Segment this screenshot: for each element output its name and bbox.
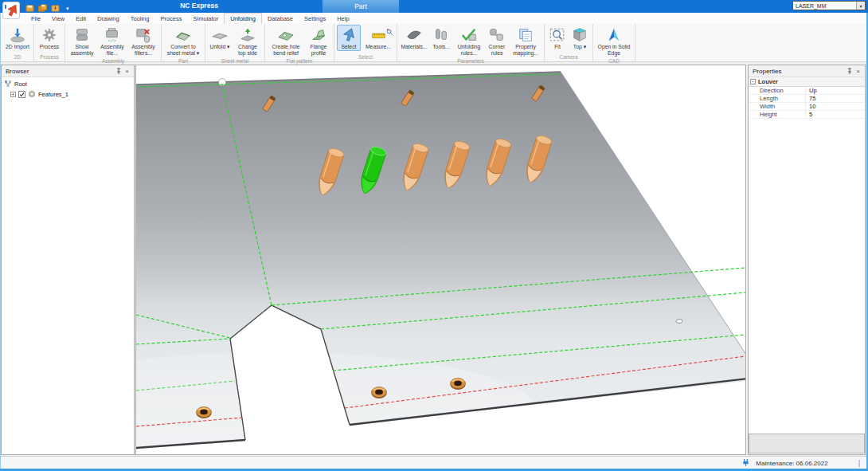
fit-button[interactable]: Fit — [547, 25, 568, 51]
menu-tooling[interactable]: Tooling — [125, 13, 155, 24]
property-row-width[interactable]: Width 10 — [749, 103, 865, 111]
status-bar: Maintenance: 06.06.2022 | — [0, 456, 868, 469]
window-title: NC Express — [143, 2, 255, 10]
property-mapping-button[interactable]: Property mapping... — [510, 25, 542, 57]
menu-file[interactable]: File — [25, 13, 46, 24]
property-row-direction[interactable]: Direction Up — [749, 87, 865, 95]
status-indicator: | — [858, 459, 860, 467]
unfolding-rules-icon — [459, 26, 479, 44]
assembly-filters-icon — [133, 26, 154, 44]
root-icon — [4, 80, 12, 89]
property-row-length[interactable]: Length 75 — [749, 95, 865, 103]
convert-to-sheet-metal-button[interactable]: Convert to sheet metal ▾ — [164, 25, 202, 57]
flanged-hole-feature[interactable] — [372, 387, 387, 399]
property-group-label: Louver — [758, 78, 778, 85]
expand-icon[interactable]: + — [10, 92, 16, 97]
viewport-canvas[interactable] — [136, 65, 745, 454]
open-in-solid-edge-button[interactable]: Open in Solid Edge — [596, 25, 632, 57]
properties-panel-title: Properties — [753, 68, 845, 75]
machine-selector-combobox[interactable]: LASER_MM ▾ — [792, 1, 866, 10]
menu-process[interactable]: Process — [154, 13, 187, 24]
unfolding-rules-button[interactable]: Unfolding rules... — [454, 25, 484, 57]
materials-button[interactable]: Materials... — [400, 25, 428, 51]
document-tab-part[interactable]: Part — [323, 0, 399, 13]
menu-drawing[interactable]: Drawing — [92, 13, 125, 24]
ribbon-group-label: Process — [37, 53, 62, 61]
machine-selector-value: LASER_MM — [793, 3, 856, 9]
create-hole-bend-relief-button[interactable]: Create hole bend relief — [268, 25, 304, 57]
qat-dropdown-icon[interactable]: ▾ — [66, 6, 69, 12]
2d-import-button[interactable]: 2D Import — [4, 25, 31, 51]
pin-icon[interactable] — [114, 67, 123, 76]
flanged-hole-feature[interactable] — [451, 379, 466, 391]
property-group-louver[interactable]: − Louver — [749, 77, 865, 87]
ribbon-group-camera: Fit Top ▾ Camera — [545, 24, 593, 61]
assembly-stack-icon — [72, 26, 92, 44]
hole-bend-relief-icon — [276, 26, 296, 44]
top-view-button[interactable]: Top ▾ — [569, 25, 590, 51]
ribbon-group-label: 2D — [4, 53, 31, 61]
ribbon: 2D Import 2D Process Process Show assemb… — [0, 24, 868, 62]
ribbon-group-sheet-metal: Unfold ▾ Change top side Sheet metal — [205, 24, 265, 61]
zoom-selection-icon — [386, 25, 393, 39]
assembly-file-button[interactable]: </> Assembly file... — [98, 25, 127, 57]
collapse-icon[interactable]: − — [750, 79, 756, 84]
sheet-metal-part[interactable] — [136, 72, 745, 454]
assembly-file-icon: </> — [102, 26, 123, 44]
flanged-hole-feature[interactable] — [197, 407, 212, 419]
browser-tree: Root + Features_1 — [2, 77, 134, 100]
measure-button[interactable]: Measure... — [362, 25, 394, 51]
ribbon-group-part: Convert to sheet metal ▾ Part — [162, 24, 205, 61]
feature-icon — [28, 90, 36, 100]
viewport-panel — [135, 65, 746, 455]
change-top-side-button[interactable]: Change top side — [233, 25, 262, 57]
menu-settings[interactable]: Settings — [299, 13, 331, 24]
tools-button[interactable]: Tools... — [430, 25, 452, 51]
property-preview-box — [749, 434, 865, 453]
menu-view[interactable]: View — [46, 13, 70, 24]
ribbon-group-label: Select — [337, 53, 394, 61]
select-cursor-icon — [338, 26, 359, 44]
corner-rules-button[interactable]: Corner rules — [486, 25, 508, 57]
hole-feature[interactable] — [676, 319, 682, 323]
property-mapping-icon — [515, 26, 536, 44]
close-panel-icon[interactable]: × — [854, 67, 862, 76]
tree-item-root[interactable]: Root — [4, 79, 134, 89]
materials-icon — [404, 26, 424, 44]
ribbon-group-process: Process Process — [34, 24, 65, 61]
show-assembly-button[interactable]: Show assembly — [68, 25, 96, 57]
browser-panel-header: Browser × — [2, 65, 134, 77]
menu-unfolding[interactable]: Unfolding — [224, 13, 262, 24]
property-row-height[interactable]: Height 5 — [749, 111, 865, 119]
menu-database[interactable]: Database — [262, 13, 299, 24]
assembly-filters-button[interactable]: Assembly filters... — [128, 25, 158, 57]
top-view-cube-icon — [569, 26, 590, 44]
ribbon-group-parameters: Materials... Tools... Unfolding rules...… — [397, 24, 545, 61]
title-bar: ▾ NC Express Part – ❐ ✕ — [0, 0, 868, 13]
ribbon-group-assembly: Show assembly </> Assembly file... Assem… — [65, 24, 162, 61]
tree-item-label: Root — [14, 80, 27, 88]
select-button[interactable]: Select — [337, 25, 361, 51]
flange-profile-button[interactable]: Flange profile — [306, 25, 331, 57]
machine-selector-dropdown-icon[interactable]: ▾ — [856, 2, 865, 10]
pin-icon[interactable] — [845, 67, 854, 76]
maintenance-label: Maintenance: 06.06.2022 — [756, 460, 827, 467]
tree-item-label: Features_1 — [38, 91, 68, 98]
properties-panel-header: Properties × — [749, 65, 865, 77]
menu-bar: File View Edit Drawing Tooling Process S… — [0, 13, 868, 24]
feature-checkbox[interactable] — [18, 91, 25, 98]
2d-import-icon — [7, 26, 28, 44]
corner-rules-icon — [487, 26, 507, 44]
unfold-icon — [209, 26, 230, 44]
process-button[interactable]: Process — [37, 25, 62, 51]
menu-help[interactable]: Help — [331, 13, 354, 24]
tree-item-features[interactable]: + Features_1 — [4, 89, 134, 100]
close-panel-icon[interactable]: × — [123, 67, 131, 76]
menu-simulator[interactable]: Simulator — [188, 13, 225, 24]
solid-edge-icon — [604, 26, 624, 44]
unfold-button[interactable]: Unfold ▾ — [208, 25, 232, 51]
svg-text:</>: </> — [108, 38, 116, 43]
browser-panel-title: Browser — [6, 68, 114, 75]
menu-edit[interactable]: Edit — [70, 13, 92, 24]
nc-express-logo-icon[interactable] — [2, 2, 20, 19]
